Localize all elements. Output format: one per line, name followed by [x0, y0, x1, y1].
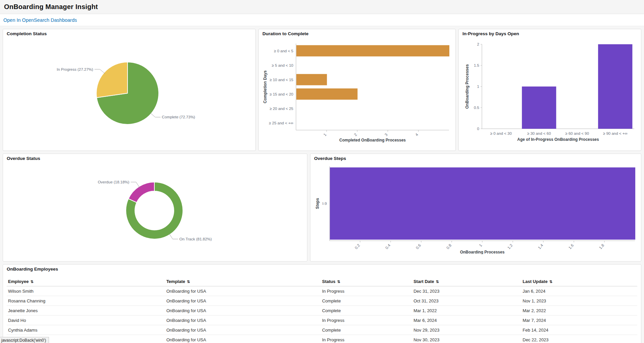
- table-cell: Complete: [321, 325, 412, 335]
- slice-label-in-progress: In Progress (27.27%): [57, 67, 93, 71]
- table-cell: Mar 6, 2024: [412, 316, 521, 325]
- column-header-employee[interactable]: Employee⇅: [7, 277, 165, 286]
- open-in-opensearch-dashboards-link[interactable]: Open In OpenSearch Dashboards: [3, 17, 77, 23]
- table-cell: Rosanna Channing: [7, 296, 165, 306]
- slice-label-overdue: Overdue (18.18%): [98, 180, 129, 184]
- bar-i-9[interactable]: [330, 167, 635, 239]
- x-tick-label: 0.6: [415, 243, 422, 250]
- panel-completion-status: Completion Status Complete (72.73%)In Pr…: [3, 29, 256, 151]
- column-header-label: Last Update: [523, 279, 547, 284]
- table-cell: Dec 22, 2023: [521, 335, 637, 343]
- sort-icon[interactable]: ⇅: [30, 280, 33, 284]
- completion-status-pie-chart[interactable]: Complete (72.73%)In Progress (27.27%): [7, 37, 252, 143]
- pie-slice-in-progress[interactable]: [96, 62, 128, 98]
- x-tick-label: 1.2: [507, 243, 513, 250]
- bar-30-and-60[interactable]: [522, 87, 556, 129]
- y-tick-label: ≥ 15 and < 20: [269, 92, 293, 96]
- table-row: Wilson SmithOnBoarding for USAIn Progres…: [7, 286, 637, 296]
- duration-to-complete-bar-chart[interactable]: ≥ 0 and < 5≥ 5 and < 10≥ 10 and < 15≥ 15…: [262, 37, 452, 143]
- y-axis-title: OnBoarding Processes: [465, 64, 469, 109]
- table-cell: Jan 6, 2024: [521, 286, 637, 296]
- x-axis-title: OnBoarding Processes: [460, 250, 505, 254]
- x-tick-label: ≥ 30 and < 60: [527, 131, 551, 135]
- column-header-label: Status: [322, 279, 336, 284]
- table-cell: Dec 31, 2023: [412, 286, 521, 296]
- table-cell: Complete: [321, 296, 412, 306]
- table-cell: Jeanette Jones: [7, 306, 165, 316]
- x-tick-label: 0.2: [354, 243, 361, 250]
- table-row: Cynthia AdamsOnBoarding for USACompleteN…: [7, 325, 637, 335]
- table-cell: OnBoarding for USA: [165, 335, 321, 343]
- panel-onboarding-employees: OnBoarding Employees Employee⇅Template⇅S…: [3, 264, 641, 343]
- x-tick-label: ≥ 90 and < +∞: [603, 131, 628, 135]
- sort-icon[interactable]: ⇅: [187, 280, 190, 284]
- x-tick-label: 3: [384, 132, 388, 137]
- table-cell: David Ho: [7, 316, 165, 325]
- y-tick-label: 0.5: [474, 106, 479, 110]
- bar-0-and-5[interactable]: [296, 45, 449, 57]
- table-cell: In Progress: [321, 286, 412, 296]
- sort-icon[interactable]: ⇅: [549, 280, 552, 284]
- table-cell: Mar 7, 2024: [521, 316, 637, 325]
- bottom-row: OnBoarding Employees Employee⇅Template⇅S…: [3, 264, 641, 343]
- x-tick-label: 1.8: [598, 243, 605, 250]
- in-progress-by-days-open-bar-chart[interactable]: 00.511.52≥ 0 and < 30≥ 30 and < 60≥ 60 a…: [462, 37, 637, 143]
- column-header-last-update[interactable]: Last Update⇅: [521, 277, 637, 286]
- middle-row: Overdue Status On Track (81.82%)Overdue …: [3, 154, 641, 262]
- panel-title-in-progress-by-days-open: In-Progress by Days Open: [462, 31, 637, 36]
- column-header-label: Start Date: [413, 279, 434, 284]
- table-cell: In Progress: [321, 335, 412, 343]
- overdue-status-donut-chart[interactable]: On Track (81.82%)Overdue (18.18%): [7, 162, 303, 254]
- panel-title-overdue-steps: Overdue Steps: [314, 156, 637, 161]
- bar-15-and-20[interactable]: [296, 89, 357, 100]
- panel-title-onboarding-employees: OnBoarding Employees: [7, 267, 637, 272]
- link-row: Open In OpenSearch Dashboards: [0, 14, 644, 26]
- slice-label-complete: Complete (72.73%): [162, 115, 195, 119]
- x-tick-label: 1: [478, 243, 483, 247]
- donut-slice-overdue[interactable]: [129, 182, 154, 203]
- x-tick-label: 2: [353, 132, 358, 137]
- column-header-status[interactable]: Status⇅: [321, 277, 412, 286]
- y-tick-label: 1.5: [474, 63, 479, 67]
- sort-icon[interactable]: ⇅: [436, 280, 439, 284]
- table-cell: OnBoarding for USA: [165, 306, 321, 316]
- x-axis-title: Completed OnBoarding Processes: [339, 138, 406, 142]
- x-tick-label: 1.6: [568, 243, 575, 250]
- x-axis-title: Age of In-Progress OnBoarding Processes: [517, 137, 599, 142]
- table-cell: Oct 31, 2023: [412, 296, 521, 306]
- table-row: OnBoarding for USAIn ProgressNov 30, 202…: [7, 335, 637, 343]
- y-axis-title: Completion Days: [263, 70, 267, 103]
- table-cell: Complete: [321, 306, 412, 316]
- table-cell: Cynthia Adams: [7, 325, 165, 335]
- x-tick-label: ≥ 0 and < 30: [490, 131, 512, 135]
- dashboard-content: Completion Status Complete (72.73%)In Pr…: [0, 26, 644, 343]
- sort-icon[interactable]: ⇅: [337, 280, 340, 284]
- overdue-steps-bar-chart[interactable]: I-90.20.40.60.811.21.41.61.8StepsOnBoard…: [314, 162, 637, 254]
- status-bar-tooltip: javascript:DoBack('win0'): [0, 337, 49, 343]
- table-row: Jeanette JonesOnBoarding for USAComplete…: [7, 306, 637, 316]
- table-cell: Mar 2, 2022: [521, 306, 637, 316]
- y-tick-label: 1: [477, 84, 479, 89]
- x-tick-label: 1: [323, 132, 327, 137]
- employees-table: Employee⇅Template⇅Status⇅Start Date⇅Last…: [7, 277, 637, 343]
- panel-duration-to-complete: Duration to Complete ≥ 0 and < 5≥ 5 and …: [258, 29, 456, 151]
- table-row: Rosanna ChanningOnBoarding for USAComple…: [7, 296, 637, 306]
- panel-title-completion-status: Completion Status: [7, 31, 252, 36]
- y-tick-label: 0: [477, 127, 479, 131]
- bar-90-and[interactable]: [598, 44, 632, 129]
- panel-title-overdue-status: Overdue Status: [7, 156, 303, 161]
- y-tick-label: ≥ 5 and < 10: [272, 63, 293, 67]
- top-row: Completion Status Complete (72.73%)In Pr…: [3, 29, 641, 151]
- table-cell: OnBoarding for USA: [165, 286, 321, 296]
- page-title: OnBoarding Manager Insight: [4, 3, 98, 11]
- bar-10-and-15[interactable]: [296, 74, 327, 85]
- column-header-label: Template: [166, 279, 185, 284]
- x-tick-label: 0.4: [385, 243, 391, 250]
- column-header-start-date[interactable]: Start Date⇅: [412, 277, 521, 286]
- column-header-template[interactable]: Template⇅: [165, 277, 321, 286]
- table-cell: Feb 14, 2024: [521, 325, 637, 335]
- table-body: Wilson SmithOnBoarding for USAIn Progres…: [7, 286, 637, 343]
- x-tick-label: 4: [414, 132, 419, 137]
- panel-title-duration-to-complete: Duration to Complete: [262, 31, 452, 36]
- y-tick-label: 2: [477, 42, 479, 46]
